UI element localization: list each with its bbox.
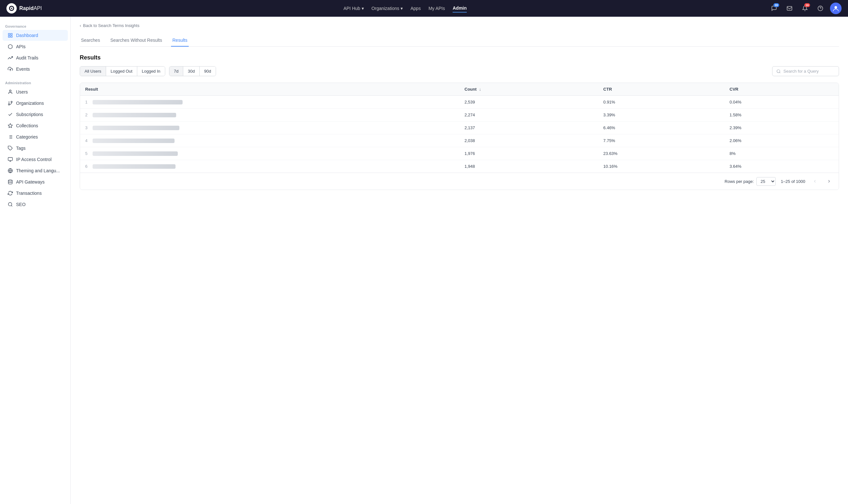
sidebar-item-seo[interactable]: SEO bbox=[3, 199, 68, 210]
sidebar-item-organizations[interactable]: Organizations bbox=[3, 98, 68, 109]
breadcrumb[interactable]: ‹ Back to Search Terms Insights bbox=[80, 23, 839, 28]
user-icon bbox=[8, 89, 13, 94]
list-icon bbox=[8, 134, 13, 140]
row-number: 3 bbox=[85, 125, 87, 130]
svg-marker-16 bbox=[8, 123, 12, 128]
svg-rect-3 bbox=[787, 6, 792, 10]
sidebar-item-ip-access-control[interactable]: IP Access Control bbox=[3, 154, 68, 165]
count-cell: 2,539 bbox=[459, 96, 598, 109]
svg-point-30 bbox=[8, 202, 12, 206]
query-search-input[interactable] bbox=[783, 69, 835, 74]
tab-searches-without-results[interactable]: Searches Without Results bbox=[109, 34, 163, 47]
nav-api-hub[interactable]: API Hub ▾ bbox=[343, 4, 364, 12]
count-cell: 2,274 bbox=[459, 109, 598, 122]
sidebar-item-label: API Gateways bbox=[16, 179, 45, 184]
sidebar-item-transactions[interactable]: Transactions bbox=[3, 188, 68, 199]
filter-all-users[interactable]: All Users bbox=[80, 67, 106, 76]
blurred-result-name bbox=[93, 100, 183, 105]
blurred-result-name bbox=[93, 126, 179, 130]
filter-90d[interactable]: 90d bbox=[200, 67, 216, 76]
check-icon bbox=[8, 112, 13, 117]
table-row: 1 2,539 0.91% 0.04% bbox=[80, 96, 839, 109]
sidebar-item-users[interactable]: Users bbox=[3, 87, 68, 97]
help-button[interactable] bbox=[815, 3, 826, 14]
rows-per-page-select[interactable]: 25 50 100 bbox=[756, 177, 776, 186]
sidebar-item-label: Dashboard bbox=[16, 33, 38, 38]
pagination-prev-button[interactable] bbox=[810, 177, 819, 186]
sidebar-item-label: Transactions bbox=[16, 191, 42, 196]
user-filter-group: All Users Logged Out Logged In bbox=[80, 66, 165, 76]
sidebar-item-theming[interactable]: Theming and Langu... bbox=[3, 165, 68, 176]
box-icon bbox=[8, 44, 13, 49]
messages-button[interactable]: 39 bbox=[768, 3, 780, 14]
row-number: 4 bbox=[85, 138, 87, 143]
svg-point-32 bbox=[777, 69, 780, 72]
chevron-down-icon: ▾ bbox=[362, 6, 364, 11]
email-button[interactable] bbox=[784, 3, 795, 14]
brand-logo[interactable]: RapidAPI bbox=[6, 3, 42, 14]
col-result: Result bbox=[80, 83, 459, 96]
sidebar-item-tags[interactable]: Tags bbox=[3, 143, 68, 154]
results-table-wrapper: Result Count ↓ CTR CVR bbox=[80, 83, 839, 190]
sidebar-item-dashboard[interactable]: Dashboard bbox=[3, 30, 68, 41]
monitor-icon bbox=[8, 157, 13, 162]
trending-up-icon bbox=[8, 55, 13, 60]
count-cell: 1,948 bbox=[459, 160, 598, 173]
col-count[interactable]: Count ↓ bbox=[459, 83, 598, 96]
avatar[interactable] bbox=[830, 3, 842, 14]
row-number: 5 bbox=[85, 151, 87, 156]
page-tabs: Searches Searches Without Results Result… bbox=[80, 34, 839, 47]
time-filter-group: 7d 30d 90d bbox=[169, 66, 216, 76]
cvr-cell: 3.64% bbox=[725, 160, 839, 173]
top-navigation: RapidAPI API Hub ▾ Organizations ▾ Apps … bbox=[0, 0, 848, 17]
pagination: Rows per page: 25 50 100 1–25 of 1000 bbox=[80, 173, 839, 190]
filter-logged-in[interactable]: Logged In bbox=[137, 67, 165, 76]
pagination-info: 1–25 of 1000 bbox=[781, 179, 805, 184]
table-row: 3 2,137 6.46% 2.39% bbox=[80, 122, 839, 134]
sidebar-item-events[interactable]: Events bbox=[3, 64, 68, 75]
filter-7d[interactable]: 7d bbox=[169, 67, 183, 76]
svg-rect-8 bbox=[11, 33, 12, 35]
sidebar-item-label: Tags bbox=[16, 146, 26, 151]
row-number: 2 bbox=[85, 112, 87, 117]
grid-icon bbox=[8, 33, 13, 38]
sidebar-item-label: APIs bbox=[16, 44, 26, 49]
nav-admin[interactable]: Admin bbox=[453, 4, 467, 13]
cvr-cell: 2.06% bbox=[725, 134, 839, 147]
sidebar-item-audit-trails[interactable]: Audit Trails bbox=[3, 52, 68, 63]
messages-badge: 39 bbox=[773, 3, 779, 7]
pagination-next-button[interactable] bbox=[825, 177, 833, 186]
ctr-cell: 6.46% bbox=[598, 122, 725, 134]
table-row: 6 1,948 10.16% 3.64% bbox=[80, 160, 839, 173]
nav-my-apis[interactable]: My APIs bbox=[429, 4, 445, 12]
result-cell: 4 bbox=[80, 134, 459, 147]
filter-30d[interactable]: 30d bbox=[183, 67, 200, 76]
filter-logged-out[interactable]: Logged Out bbox=[106, 67, 137, 76]
filters-row: All Users Logged Out Logged In 7d 30d 90… bbox=[80, 66, 839, 76]
governance-section-label: Governance bbox=[0, 22, 70, 30]
svg-point-2 bbox=[11, 8, 12, 9]
row-number: 6 bbox=[85, 164, 87, 169]
notifications-button[interactable]: 16 bbox=[799, 3, 811, 14]
chevron-down-icon: ▾ bbox=[400, 6, 403, 11]
nav-organizations[interactable]: Organizations ▾ bbox=[372, 4, 403, 12]
upload-icon bbox=[8, 67, 13, 72]
sidebar-item-apis[interactable]: APIs bbox=[3, 41, 68, 52]
nav-apps[interactable]: Apps bbox=[411, 4, 421, 12]
sidebar-item-api-gateways[interactable]: API Gateways bbox=[3, 177, 68, 187]
query-search-box bbox=[772, 66, 839, 76]
tab-results[interactable]: Results bbox=[171, 34, 189, 47]
result-cell: 5 bbox=[80, 147, 459, 160]
breadcrumb-label: Back to Search Terms Insights bbox=[83, 23, 139, 28]
admin-section-label: Administration bbox=[0, 78, 70, 86]
sidebar-item-collections[interactable]: Collections bbox=[3, 120, 68, 131]
cvr-cell: 1.58% bbox=[725, 109, 839, 122]
result-cell: 2 bbox=[80, 109, 459, 122]
tab-searches[interactable]: Searches bbox=[80, 34, 101, 47]
result-cell: 6 bbox=[80, 160, 459, 173]
sidebar-item-categories[interactable]: Categories bbox=[3, 131, 68, 142]
blurred-result-name bbox=[93, 113, 176, 117]
ctr-cell: 23.63% bbox=[598, 147, 725, 160]
cvr-cell: 0.04% bbox=[725, 96, 839, 109]
sidebar-item-subscriptions[interactable]: Subscriptions bbox=[3, 109, 68, 120]
